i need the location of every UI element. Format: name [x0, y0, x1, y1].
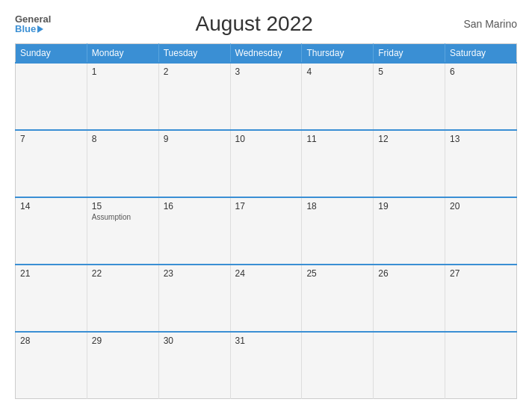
calendar-day-cell: 27 [445, 265, 517, 332]
calendar-week-row: 1415Assumption1617181920 [16, 197, 517, 265]
weekday-header-row: Sunday Monday Tuesday Wednesday Thursday… [16, 44, 517, 64]
day-number: 30 [164, 336, 226, 346]
col-wednesday: Wednesday [230, 44, 302, 64]
calendar-week-row: 21222324252627 [16, 265, 517, 332]
day-number: 24 [235, 268, 297, 279]
logo-triangle-icon [37, 25, 43, 33]
calendar-week-row: 28293031 [16, 332, 517, 399]
calendar-week-row: 78910111213 [16, 130, 517, 197]
logo-blue-text: Blue [15, 24, 43, 34]
calendar-day-cell: 23 [158, 265, 230, 332]
day-number: 20 [450, 201, 512, 211]
calendar-day-cell: 21 [16, 265, 87, 332]
day-number: 9 [164, 134, 226, 144]
day-number: 27 [450, 268, 512, 279]
calendar-day-cell: 20 [445, 197, 517, 265]
calendar-page: General Blue August 2022 San Marino Sund… [0, 0, 532, 411]
day-number: 31 [235, 336, 297, 346]
day-number: 8 [92, 134, 154, 144]
calendar-day-cell: 30 [158, 332, 230, 399]
day-number: 28 [20, 336, 82, 346]
col-saturday: Saturday [445, 44, 517, 64]
calendar-day-cell: 22 [87, 265, 158, 332]
calendar-day-cell: 5 [374, 63, 445, 130]
day-number: 5 [378, 67, 440, 77]
holiday-label: Assumption [92, 213, 131, 221]
calendar-day-cell: 14 [16, 197, 87, 265]
day-number: 3 [235, 67, 297, 77]
day-number: 16 [164, 201, 226, 211]
calendar-day-cell: 29 [87, 332, 158, 399]
page-title: August 2022 [51, 12, 457, 36]
day-number: 7 [20, 134, 82, 144]
col-monday: Monday [87, 44, 158, 64]
day-number: 17 [235, 201, 297, 211]
calendar-day-cell: 15Assumption [87, 197, 158, 265]
calendar-day-cell: 8 [87, 130, 158, 197]
day-number: 14 [20, 201, 82, 211]
day-number: 29 [92, 336, 154, 346]
calendar-day-cell: 17 [230, 197, 302, 265]
calendar-day-cell: 26 [374, 265, 445, 332]
calendar-day-cell: 4 [302, 63, 374, 130]
day-number: 12 [378, 134, 440, 144]
day-number: 18 [306, 201, 368, 211]
calendar-day-cell [16, 63, 87, 130]
day-number: 21 [20, 268, 82, 279]
calendar-day-cell: 25 [302, 265, 374, 332]
day-number: 25 [306, 268, 368, 279]
calendar-day-cell: 7 [16, 130, 87, 197]
calendar-week-row: 123456 [16, 63, 517, 130]
country-label: San Marino [457, 18, 517, 30]
calendar-day-cell: 9 [158, 130, 230, 197]
col-thursday: Thursday [302, 44, 374, 64]
day-number: 15 [92, 201, 154, 211]
col-sunday: Sunday [16, 44, 87, 64]
calendar-day-cell [374, 332, 445, 399]
day-number: 6 [450, 67, 512, 77]
calendar-day-cell [302, 332, 374, 399]
col-tuesday: Tuesday [158, 44, 230, 64]
calendar-day-cell: 31 [230, 332, 302, 399]
calendar-day-cell: 19 [374, 197, 445, 265]
calendar-day-cell: 28 [16, 332, 87, 399]
day-number: 2 [164, 67, 226, 77]
calendar-day-cell: 2 [158, 63, 230, 130]
calendar-day-cell: 3 [230, 63, 302, 130]
calendar-day-cell: 6 [445, 63, 517, 130]
day-number: 13 [450, 134, 512, 144]
calendar-day-cell: 1 [87, 63, 158, 130]
day-number: 22 [92, 268, 154, 279]
calendar-day-cell: 11 [302, 130, 374, 197]
col-friday: Friday [374, 44, 445, 64]
calendar-day-cell: 16 [158, 197, 230, 265]
calendar-day-cell: 12 [374, 130, 445, 197]
day-number: 4 [306, 67, 368, 77]
calendar-day-cell: 10 [230, 130, 302, 197]
day-number: 11 [306, 134, 368, 144]
calendar-day-cell: 24 [230, 265, 302, 332]
calendar-table: Sunday Monday Tuesday Wednesday Thursday… [15, 43, 517, 399]
calendar-day-cell: 13 [445, 130, 517, 197]
logo: General Blue [15, 14, 51, 34]
day-number: 1 [92, 67, 154, 77]
calendar-day-cell [445, 332, 517, 399]
day-number: 26 [378, 268, 440, 279]
header: General Blue August 2022 San Marino [15, 12, 517, 36]
day-number: 10 [235, 134, 297, 144]
day-number: 19 [378, 201, 440, 211]
calendar-day-cell: 18 [302, 197, 374, 265]
calendar-body: 123456789101112131415Assumption161718192… [16, 63, 517, 399]
day-number: 23 [164, 268, 226, 279]
